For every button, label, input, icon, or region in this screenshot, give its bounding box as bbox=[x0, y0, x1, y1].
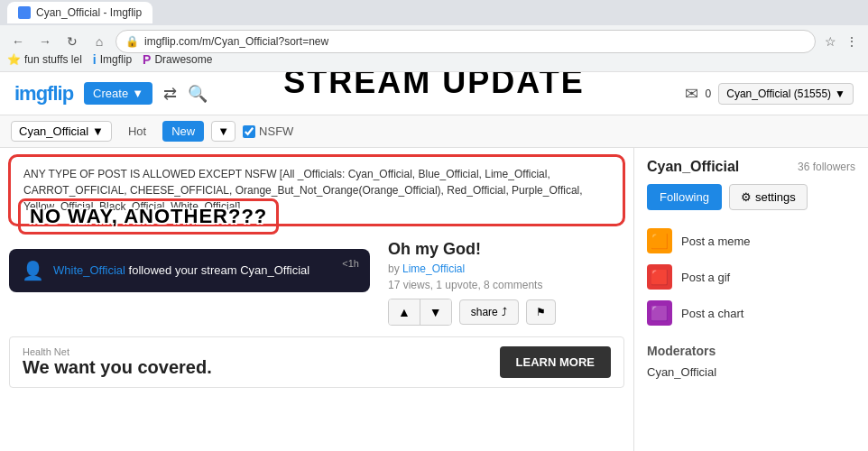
sidebar-title: Cyan_Official bbox=[647, 159, 739, 175]
forward-button[interactable]: → bbox=[34, 31, 56, 52]
sort-dropdown[interactable]: ▼ bbox=[211, 121, 235, 142]
post-stats: 17 views, 1 upvote, 8 comments bbox=[388, 279, 624, 291]
page-content: STREAM UPDATE imgflip Create ▼ ⇄ 🔍 ✉ 0 C… bbox=[0, 72, 868, 451]
header-icons: ✉ 0 Cyan_Official (51555) ▼ bbox=[685, 83, 854, 105]
meme-icon: 🟧 bbox=[647, 228, 672, 253]
create-dropdown-icon: ▼ bbox=[132, 87, 143, 100]
imgflip-logo[interactable]: imgflip bbox=[14, 82, 73, 106]
back-button[interactable]: ← bbox=[7, 31, 29, 52]
sort-new-tab[interactable]: New bbox=[162, 121, 204, 142]
lock-icon: 🔒 bbox=[125, 35, 139, 48]
bookmark-drawesome-icon: P bbox=[143, 52, 151, 67]
tab-title: Cyan_Official - Imgflip bbox=[36, 6, 142, 19]
ad-cta-button[interactable]: LEARN MORE bbox=[500, 346, 611, 378]
active-tab[interactable]: Cyan_Official - Imgflip bbox=[7, 2, 152, 23]
tab-bar: Cyan_Official - Imgflip bbox=[0, 0, 868, 25]
sidebar-header: Cyan_Official 36 followers bbox=[647, 159, 855, 175]
share-icon: ⤴ bbox=[502, 306, 507, 318]
post-title: Oh my God! bbox=[388, 240, 624, 259]
nsfw-label: NSFW bbox=[259, 124, 293, 138]
notification-text: White_Official followed your stream Cyan… bbox=[53, 262, 357, 279]
tab-favicon bbox=[18, 6, 31, 19]
nsfw-checkbox-group[interactable]: NSFW bbox=[243, 124, 293, 138]
post-gif-label: Post a gif bbox=[681, 271, 730, 284]
notif-username[interactable]: White_Official bbox=[53, 263, 125, 277]
user-menu[interactable]: Cyan_Official (51555) ▼ bbox=[718, 83, 854, 105]
search-icon[interactable]: 🔍 bbox=[188, 84, 208, 104]
menu-icon[interactable]: ⋮ bbox=[843, 32, 861, 51]
nsfw-checkbox[interactable] bbox=[243, 125, 255, 138]
reload-button[interactable]: ↻ bbox=[61, 31, 83, 52]
moderators-title: Moderators bbox=[647, 344, 855, 358]
post-image-area: 👤 White_Official followed your stream Cy… bbox=[9, 240, 370, 326]
ad-headline: We want you covered. bbox=[23, 357, 212, 378]
downvote-button[interactable]: ▼ bbox=[420, 299, 451, 325]
overlay-stream-update: STREAM UPDATE bbox=[283, 72, 584, 101]
post-chart-label: Post a chart bbox=[681, 307, 743, 320]
post-actions: ▲ ▼ share ⤴ ⚑ bbox=[388, 299, 624, 326]
mail-icon[interactable]: ✉ bbox=[685, 84, 698, 104]
bookmark-icon[interactable]: ☆ bbox=[821, 32, 839, 51]
stream-name-button[interactable]: Cyan_Official ▼ bbox=[11, 121, 112, 142]
home-button[interactable]: ⌂ bbox=[88, 31, 110, 52]
bookmark-fun-stuffs-icon: ⭐ bbox=[7, 53, 21, 66]
share-label: share bbox=[471, 306, 498, 318]
sidebar-actions: Following ⚙ settings bbox=[647, 184, 855, 210]
sort-hot-tab[interactable]: Hot bbox=[119, 121, 155, 142]
nav-icons: ☆ ⋮ bbox=[821, 32, 861, 51]
stream-name-chevron: ▼ bbox=[92, 124, 104, 138]
address-text: imgflip.com/m/Cyan_Official?sort=new bbox=[144, 35, 328, 48]
notification-icon: 👤 bbox=[22, 260, 44, 281]
stream-name-label: Cyan_Official bbox=[19, 124, 88, 138]
post-meme-label: Post a meme bbox=[681, 235, 751, 248]
notification-time: <1h bbox=[342, 258, 359, 269]
left-content: ANY TYPE OF POST IS ALLOWED EXCEPT NSFW … bbox=[0, 148, 633, 451]
user-menu-chevron: ▼ bbox=[835, 87, 845, 100]
shuffle-icon[interactable]: ⇄ bbox=[163, 84, 177, 104]
create-button[interactable]: Create ▼ bbox=[84, 82, 152, 105]
notif-action: followed your stream Cyan_Official bbox=[125, 263, 309, 277]
overlay-no-way: NO WAY, ANOTHER??? bbox=[18, 198, 279, 235]
flag-button[interactable]: ⚑ bbox=[526, 299, 556, 325]
ad-left: Health Net We want you covered. bbox=[23, 346, 212, 378]
post-meme-item[interactable]: 🟧 Post a meme bbox=[647, 223, 855, 259]
bookmark-drawesome[interactable]: P Drawesome bbox=[143, 52, 212, 67]
sidebar: Cyan_Official 36 followers Following ⚙ s… bbox=[633, 148, 868, 451]
moderator-item[interactable]: Cyan_Official bbox=[647, 364, 855, 381]
upvote-button[interactable]: ▲ bbox=[389, 299, 420, 325]
share-button[interactable]: share ⤴ bbox=[459, 299, 519, 325]
main-layout: ANY TYPE OF POST IS ALLOWED EXCEPT NSFW … bbox=[0, 148, 868, 451]
ad-brand: Health Net bbox=[23, 346, 212, 357]
settings-label: settings bbox=[755, 190, 796, 204]
address-bar[interactable]: 🔒 imgflip.com/m/Cyan_Official?sort=new bbox=[115, 30, 816, 53]
browser-chrome: Cyan_Official - Imgflip ← → ↻ ⌂ 🔒 imgfli… bbox=[0, 0, 868, 47]
post-gif-item[interactable]: 🟥 Post a gif bbox=[647, 259, 855, 295]
followers-count: 36 followers bbox=[798, 161, 855, 173]
bookmark-fun-stuffs[interactable]: ⭐ fun stuffs lel bbox=[7, 53, 82, 66]
following-button[interactable]: Following bbox=[647, 184, 722, 210]
post-chart-item[interactable]: 🟪 Post a chart bbox=[647, 295, 855, 331]
ad-area: Health Net We want you covered. LEARN MO… bbox=[9, 336, 624, 388]
mail-count: 0 bbox=[706, 87, 712, 100]
post-meta: by Lime_Official bbox=[388, 262, 624, 275]
settings-icon: ⚙ bbox=[741, 190, 752, 204]
notification-card: 👤 White_Official followed your stream Cy… bbox=[9, 249, 370, 292]
post-author-link[interactable]: Lime_Official bbox=[402, 262, 465, 275]
post-card: Oh my God! by Lime_Official 17 views, 1 … bbox=[388, 240, 624, 326]
post-area: 👤 White_Official followed your stream Cy… bbox=[0, 233, 633, 333]
settings-button[interactable]: ⚙ settings bbox=[729, 184, 808, 210]
gif-icon: 🟥 bbox=[647, 264, 672, 290]
chart-icon: 🟪 bbox=[647, 300, 672, 326]
bookmark-imgflip-icon: i bbox=[93, 52, 97, 67]
bookmark-imgflip[interactable]: i Imgflip bbox=[93, 52, 132, 67]
vote-buttons: ▲ ▼ bbox=[388, 299, 452, 326]
stream-controls: Cyan_Official ▼ Hot New ▼ NSFW bbox=[0, 115, 868, 148]
moderators-section: Moderators Cyan_Official bbox=[647, 344, 855, 381]
user-label: Cyan_Official (51555) bbox=[726, 87, 831, 100]
